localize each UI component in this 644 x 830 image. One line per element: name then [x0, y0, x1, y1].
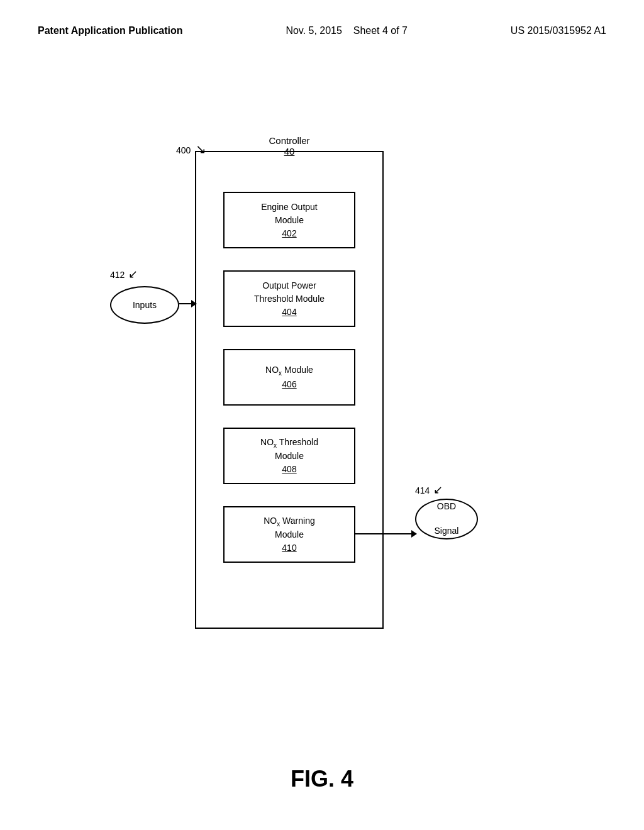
obd-signal-ellipse: OBD Signal	[415, 499, 478, 540]
diagram-area: 400 ↘ Controller 40 412 ↙ Inputs Engine …	[0, 101, 644, 761]
engine-output-module: Engine Output Module 402	[223, 192, 355, 248]
inputs-arrow	[179, 303, 196, 304]
figure-label: FIG. 4	[0, 766, 644, 792]
sheet-info: Nov. 5, 2015 Sheet 4 of 7	[286, 25, 408, 36]
label-414: 414 ↙	[415, 483, 443, 497]
page-header: Patent Application Publication Nov. 5, 2…	[0, 0, 644, 36]
nox-module: NOx Module 406	[223, 349, 355, 406]
sheet-text: Sheet 4 of 7	[353, 25, 408, 36]
obd-arrow	[355, 533, 416, 534]
label-412: 412 ↙	[110, 267, 138, 281]
publication-label: Patent Application Publication	[38, 25, 183, 36]
patent-number: US 2015/0315952 A1	[511, 25, 606, 36]
date-text: Nov. 5, 2015	[286, 25, 342, 36]
nox-threshold-module: NOx Threshold Module 408	[223, 428, 355, 484]
output-power-threshold-module: Output Power Threshold Module 404	[223, 270, 355, 327]
nox-warning-module: NOx Warning Module 410	[223, 506, 355, 563]
inputs-ellipse: Inputs	[110, 286, 179, 324]
controller-label: Controller 40	[195, 135, 384, 157]
